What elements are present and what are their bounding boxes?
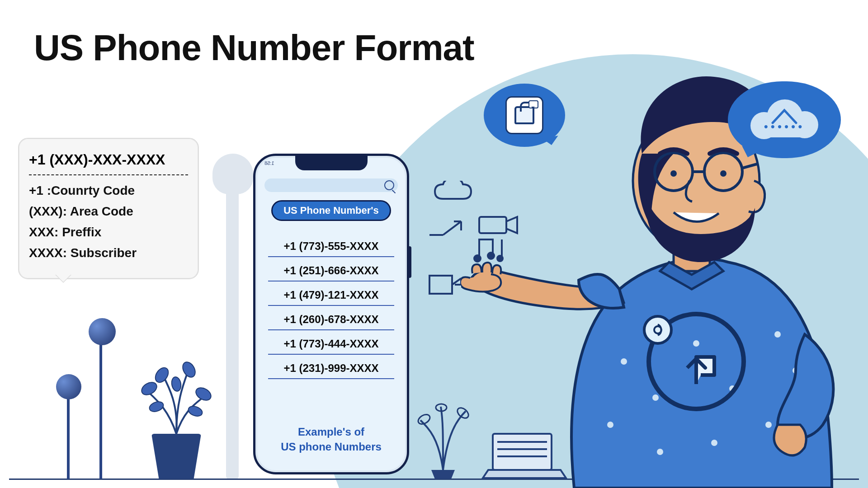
legend-subscriber: XXXX: Subscriber [29,246,188,260]
example-number: +1 (773)-444-XXXX [268,330,394,355]
thought-bubble-shopping [484,84,565,147]
cloud-upload-icon: •••••• [750,99,818,140]
page-title: US Phone Number Format [34,27,474,69]
svg-point-37 [720,170,726,177]
svg-point-23 [765,422,772,428]
phone-searchbar [264,178,398,192]
svg-point-31 [644,316,671,343]
background-lamp-pole [226,190,239,479]
svg-point-1 [153,365,171,385]
svg-point-6 [187,404,204,418]
legend-area-code: (XXX): Area Code [29,204,188,219]
svg-point-25 [711,440,717,446]
phone-notch [295,155,368,170]
search-icon [384,180,394,190]
phone-side-button [408,246,411,278]
phone-example-caption: Example's of US phone Numbers [255,425,407,454]
svg-point-2 [180,360,198,379]
svg-point-21 [693,340,699,347]
example-number: +1 (773)-555-XXXX [268,233,394,257]
plant-decoration [136,343,217,479]
svg-point-20 [652,394,659,401]
phone-example-list: +1 (773)-555-XXXX +1 (251)-666-XXXX +1 (… [268,233,394,379]
svg-rect-18 [429,276,452,294]
svg-point-0 [139,380,159,398]
phone-mockup: 1:58 US Phone Number's +1 (773)-555-XXXX… [253,154,409,474]
svg-point-36 [670,170,677,177]
thought-bubble-cloud: •••••• [728,81,841,158]
svg-point-28 [774,331,781,338]
example-number: +1 (260)-678-XXXX [268,306,394,330]
svg-point-3 [193,385,213,403]
chat-icon [528,100,538,108]
legend-country-code: +1 :Counrty Code [29,183,188,198]
svg-point-19 [621,358,627,365]
lamp-decoration [54,316,136,479]
format-legend-callout: +1 (XXX)-XXX-XXXX +1 :Counrty Code (XXX)… [18,138,199,279]
shopping-app-icon [505,96,543,134]
svg-point-4 [170,376,182,392]
example-number: +1 (479)-121-XXXX [268,282,394,306]
phone-header-pill: US Phone Number's [271,200,391,221]
format-pattern: +1 (XXX)-XXX-XXXX [29,151,188,175]
svg-point-27 [607,422,613,428]
legend-prefix: XXX: Preffix [29,225,188,239]
phone-statusbar: 1:58 [264,160,274,166]
svg-point-5 [148,400,165,413]
example-number: +1 (251)-666-XXXX [268,257,394,282]
svg-point-7 [416,413,431,426]
example-number: +1 (231)-999-XXXX [268,355,394,379]
svg-point-26 [657,449,663,455]
